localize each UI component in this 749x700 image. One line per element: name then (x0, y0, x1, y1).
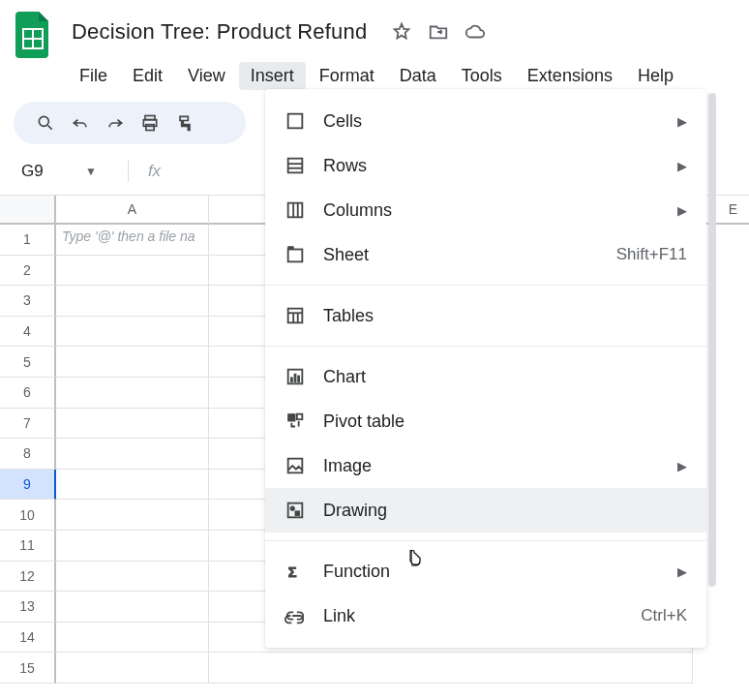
function-icon: Σ (285, 561, 306, 582)
svg-line-4 (48, 126, 52, 130)
sheets-logo[interactable] (14, 8, 52, 58)
insert-sheet[interactable]: Sheet Shift+F11 (265, 232, 706, 277)
star-icon[interactable] (391, 21, 412, 46)
svg-rect-30 (295, 511, 300, 516)
row-header[interactable]: 8 (0, 439, 56, 470)
row-header[interactable]: 2 (0, 256, 56, 287)
cell[interactable] (56, 653, 209, 684)
svg-rect-16 (288, 247, 294, 250)
document-title[interactable]: Decision Tree: Product Refund (66, 15, 373, 47)
insert-rows[interactable]: Rows ▶ (265, 143, 706, 188)
insert-pivot-table[interactable]: Pivot table (265, 399, 706, 443)
row-header[interactable]: 10 (0, 500, 56, 531)
cells-icon (285, 110, 306, 132)
insert-drawing[interactable]: Drawing (265, 488, 706, 533)
svg-rect-26 (297, 414, 303, 420)
svg-rect-22 (290, 378, 292, 382)
insert-tables[interactable]: Tables (265, 293, 706, 338)
cell[interactable] (56, 256, 209, 287)
row-header[interactable]: 3 (0, 286, 56, 317)
insert-cells[interactable]: Cells ▶ (265, 99, 706, 143)
row-header[interactable]: 15 (0, 653, 56, 684)
cell[interactable] (56, 500, 209, 531)
row-header[interactable]: 1 (0, 225, 56, 256)
svg-rect-8 (288, 114, 303, 129)
cell[interactable] (56, 623, 209, 654)
cloud-status-icon[interactable] (464, 21, 486, 46)
sheet-icon (285, 244, 306, 265)
chevron-right-icon: ▶ (677, 564, 687, 579)
divider (128, 161, 129, 182)
cell[interactable] (56, 378, 209, 409)
row-header[interactable]: 14 (0, 623, 56, 654)
search-icon[interactable] (29, 107, 62, 139)
row-header[interactable]: 11 (0, 531, 56, 562)
row-header[interactable]: 12 (0, 562, 56, 593)
menu-format[interactable]: Format (308, 62, 386, 90)
cell[interactable] (56, 470, 209, 501)
scrollbar[interactable] (708, 93, 716, 587)
menu-file[interactable]: File (68, 62, 119, 90)
cell[interactable] (56, 347, 209, 378)
svg-text:Σ: Σ (288, 564, 297, 580)
cell[interactable] (56, 409, 209, 440)
undo-icon[interactable] (64, 107, 97, 139)
row-header[interactable]: 13 (0, 592, 56, 623)
cell[interactable] (56, 592, 209, 623)
menu-insert[interactable]: Insert (239, 62, 306, 90)
column-header-a[interactable]: A (56, 196, 209, 225)
cell[interactable] (56, 562, 209, 593)
paint-format-icon[interactable] (168, 107, 201, 139)
divider (265, 540, 706, 541)
print-icon[interactable] (134, 107, 166, 139)
chevron-right-icon: ▶ (677, 203, 687, 218)
svg-rect-23 (294, 374, 296, 381)
menu-edit[interactable]: Edit (121, 62, 174, 90)
row-header[interactable]: 5 (0, 347, 56, 378)
formula-fx-label: fx (148, 162, 161, 181)
svg-rect-9 (288, 159, 303, 173)
cursor-pointer-icon (404, 548, 424, 575)
row-header[interactable]: 6 (0, 378, 56, 409)
cell-reference[interactable]: G9 (14, 158, 75, 185)
redo-icon[interactable] (99, 107, 132, 139)
rows-icon (285, 155, 306, 176)
row-header[interactable]: 4 (0, 317, 56, 348)
menu-help[interactable]: Help (626, 62, 685, 90)
menu-view[interactable]: View (176, 62, 237, 90)
select-all-corner[interactable] (0, 196, 56, 225)
svg-rect-12 (288, 203, 303, 218)
insert-columns[interactable]: Columns ▶ (265, 188, 706, 232)
svg-point-29 (290, 506, 295, 511)
svg-point-3 (39, 116, 48, 126)
svg-rect-25 (288, 414, 295, 421)
row-header[interactable]: 7 (0, 409, 56, 440)
cell[interactable] (56, 531, 209, 562)
divider (265, 346, 706, 347)
move-icon[interactable] (428, 21, 449, 46)
svg-rect-15 (288, 250, 303, 262)
link-icon (285, 605, 306, 626)
menu-extensions[interactable]: Extensions (516, 62, 624, 90)
chevron-down-icon[interactable]: ▼ (85, 165, 97, 178)
cell[interactable]: Type '@' then a file na (56, 225, 209, 256)
menu-tools[interactable]: Tools (450, 62, 514, 90)
svg-rect-24 (298, 376, 300, 381)
insert-chart[interactable]: Chart (265, 354, 706, 399)
insert-image[interactable]: Image ▶ (265, 443, 706, 488)
insert-link[interactable]: Link Ctrl+K (265, 593, 706, 638)
toolbar (14, 102, 246, 144)
cell[interactable] (56, 439, 209, 470)
cell[interactable] (56, 286, 209, 317)
cell[interactable] (209, 653, 693, 684)
svg-rect-27 (288, 459, 303, 473)
chevron-right-icon: ▶ (677, 114, 687, 129)
cell[interactable] (56, 317, 209, 348)
insert-dropdown-menu: Cells ▶ Rows ▶ Columns ▶ Sheet Shift+F11… (265, 89, 706, 648)
chevron-right-icon: ▶ (677, 159, 687, 173)
divider (265, 285, 706, 286)
insert-function[interactable]: Σ Function ▶ (265, 549, 706, 593)
row-header[interactable]: 9 (0, 470, 56, 501)
menu-data[interactable]: Data (388, 62, 448, 90)
pivot-icon (285, 411, 306, 432)
